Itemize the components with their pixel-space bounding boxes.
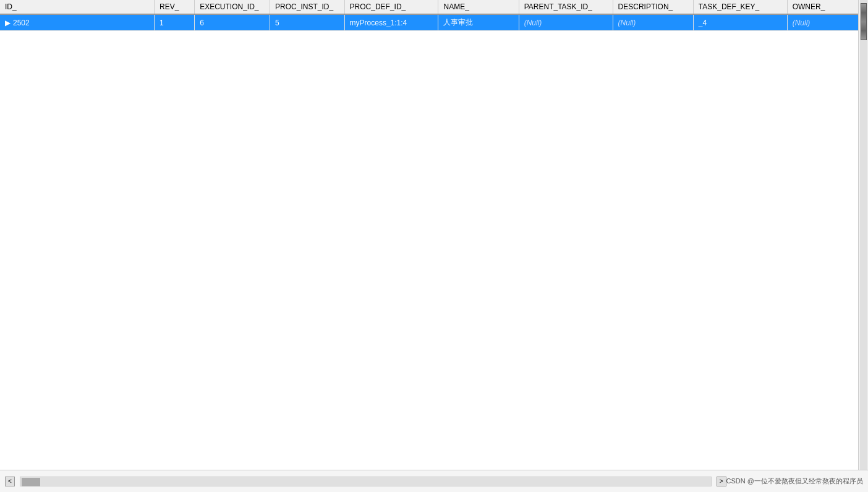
cell-proc_def_id: myProcess_1:1:4 <box>344 14 438 31</box>
vertical-scrollbar[interactable] <box>858 0 868 470</box>
cell-parent_task_id: (Null) <box>519 14 613 31</box>
col-header-rev[interactable]: REV_ <box>155 0 195 14</box>
cell-rev: 1 <box>155 14 195 31</box>
scroll-left-arrow[interactable]: < <box>5 477 15 486</box>
cell-owner: (Null) <box>787 14 867 31</box>
row-indicator: ▶ <box>5 19 11 27</box>
data-table: ID_REV_EXECUTION_ID_PROC_INST_ID_PROC_DE… <box>0 0 868 31</box>
table-body: ▶2502165myProcess_1:1:4人事审批(Null)(Null)_… <box>0 14 868 31</box>
scrollbar-thumb[interactable] <box>861 3 867 40</box>
cell-execution_id: 6 <box>195 14 270 31</box>
col-header-proc_inst_id[interactable]: PROC_INST_ID_ <box>270 0 344 14</box>
col-header-proc_def_id[interactable]: PROC_DEF_ID_ <box>344 0 438 14</box>
col-header-name[interactable]: NAME_ <box>438 0 519 14</box>
col-header-execution_id[interactable]: EXECUTION_ID_ <box>195 0 270 14</box>
horizontal-scrollbar-thumb[interactable] <box>22 478 40 486</box>
watermark-text: CSDN @一位不爱熬夜但又经常熬夜的程序员 <box>726 477 863 486</box>
scroll-right-arrow[interactable]: > <box>717 477 726 486</box>
horizontal-scrollbar[interactable] <box>20 477 712 486</box>
col-header-id[interactable]: ID_ <box>0 0 155 14</box>
bottom-bar: < > CSDN @一位不爱熬夜但又经常熬夜的程序员 <box>0 470 868 492</box>
col-header-task_def_key[interactable]: TASK_DEF_KEY_ <box>693 0 787 14</box>
col-header-parent_task_id[interactable]: PARENT_TASK_ID_ <box>519 0 613 14</box>
col-header-description[interactable]: DESCRIPTION_ <box>613 0 693 14</box>
cell-description: (Null) <box>613 14 693 31</box>
data-table-container: ID_REV_EXECUTION_ID_PROC_INST_ID_PROC_DE… <box>0 0 868 470</box>
table-header-row: ID_REV_EXECUTION_ID_PROC_INST_ID_PROC_DE… <box>0 0 868 14</box>
cell-proc_inst_id: 5 <box>270 14 344 31</box>
cell-task_def_key: _4 <box>693 14 787 31</box>
cell-name: 人事审批 <box>438 14 519 31</box>
table-row[interactable]: ▶2502165myProcess_1:1:4人事审批(Null)(Null)_… <box>0 14 868 31</box>
scrollbar-track <box>860 0 867 470</box>
col-header-owner[interactable]: OWNER_ <box>787 0 867 14</box>
cell-id: ▶2502 <box>0 14 155 31</box>
